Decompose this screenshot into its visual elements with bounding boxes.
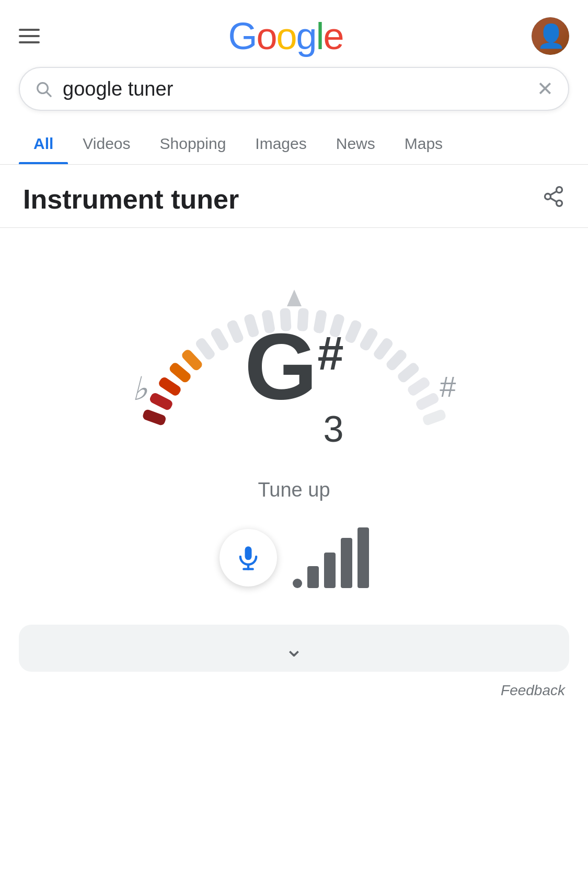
- flat-symbol: ♭: [132, 370, 147, 408]
- svg-rect-12: [194, 337, 216, 361]
- mic-section: [220, 527, 369, 599]
- tab-images[interactable]: Images: [240, 123, 321, 164]
- svg-rect-28: [421, 409, 446, 427]
- svg-rect-25: [396, 361, 421, 384]
- dial-container: G# 3 ♭ #: [117, 249, 472, 468]
- svg-rect-22: [358, 327, 378, 352]
- svg-rect-13: [209, 327, 229, 352]
- search-bar: google tuner ✕: [19, 67, 569, 111]
- svg-line-6: [550, 191, 557, 195]
- svg-point-3: [545, 194, 551, 200]
- level-bar-4: [341, 538, 352, 588]
- svg-line-1: [47, 92, 51, 96]
- note-name-display: G#: [244, 319, 343, 413]
- svg-rect-27: [414, 392, 440, 411]
- tuner-header: Instrument tuner: [0, 165, 588, 227]
- collapse-bar[interactable]: ⌄: [19, 625, 569, 672]
- search-input[interactable]: google tuner: [63, 78, 526, 100]
- search-tabs: All Videos Shopping Images News Maps: [0, 123, 588, 165]
- dial-pointer: [287, 290, 302, 306]
- avatar[interactable]: [532, 17, 569, 55]
- share-icon[interactable]: [542, 185, 565, 213]
- level-bar-5: [358, 527, 369, 588]
- level-bars: [293, 527, 369, 588]
- hamburger-menu[interactable]: [19, 29, 40, 43]
- svg-rect-29: [245, 546, 251, 560]
- tab-all[interactable]: All: [19, 123, 68, 164]
- svg-rect-9: [157, 376, 182, 397]
- tab-shopping[interactable]: Shopping: [145, 123, 241, 164]
- svg-point-2: [557, 187, 562, 193]
- chevron-down-icon: ⌄: [284, 635, 304, 662]
- level-bar-3: [324, 553, 336, 588]
- tune-status: Tune up: [258, 479, 330, 501]
- mic-icon: [235, 544, 262, 571]
- tuner-body: G# 3 ♭ # Tune up: [0, 228, 588, 614]
- logo-e: e: [324, 15, 343, 57]
- google-logo: Google: [228, 15, 343, 58]
- logo-o1: o: [256, 15, 276, 57]
- sharp-side-symbol: #: [440, 370, 456, 404]
- svg-line-5: [550, 198, 557, 202]
- svg-rect-24: [385, 348, 408, 372]
- logo-o2: o: [276, 15, 296, 57]
- tab-maps[interactable]: Maps: [390, 123, 457, 164]
- level-bar-1: [293, 579, 302, 588]
- svg-rect-14: [226, 319, 245, 344]
- logo-g2: g: [296, 15, 316, 57]
- note-sharp-symbol: #: [317, 330, 343, 377]
- tab-news[interactable]: News: [321, 123, 390, 164]
- tuner-title: Instrument tuner: [23, 183, 239, 215]
- search-icon: [34, 80, 52, 98]
- logo-l: l: [316, 15, 324, 57]
- logo-g: G: [228, 15, 256, 57]
- svg-rect-10: [168, 361, 192, 384]
- svg-rect-8: [148, 392, 174, 411]
- clear-icon[interactable]: ✕: [537, 77, 554, 100]
- svg-rect-21: [343, 319, 362, 344]
- search-bar-container: google tuner ✕: [0, 67, 588, 123]
- svg-rect-23: [372, 337, 394, 361]
- feedback-row: Feedback: [0, 672, 588, 715]
- note-octave: 3: [324, 408, 344, 450]
- svg-rect-26: [406, 376, 431, 397]
- header: Google: [0, 0, 588, 67]
- note-letter: G: [244, 319, 317, 413]
- svg-rect-7: [142, 409, 167, 427]
- feedback-link[interactable]: Feedback: [501, 682, 565, 699]
- level-bar-2: [307, 566, 319, 588]
- svg-point-4: [557, 200, 562, 206]
- note-display: G# 3: [244, 319, 343, 450]
- mic-button[interactable]: [220, 529, 277, 586]
- svg-rect-11: [180, 348, 204, 372]
- tab-videos[interactable]: Videos: [68, 123, 145, 164]
